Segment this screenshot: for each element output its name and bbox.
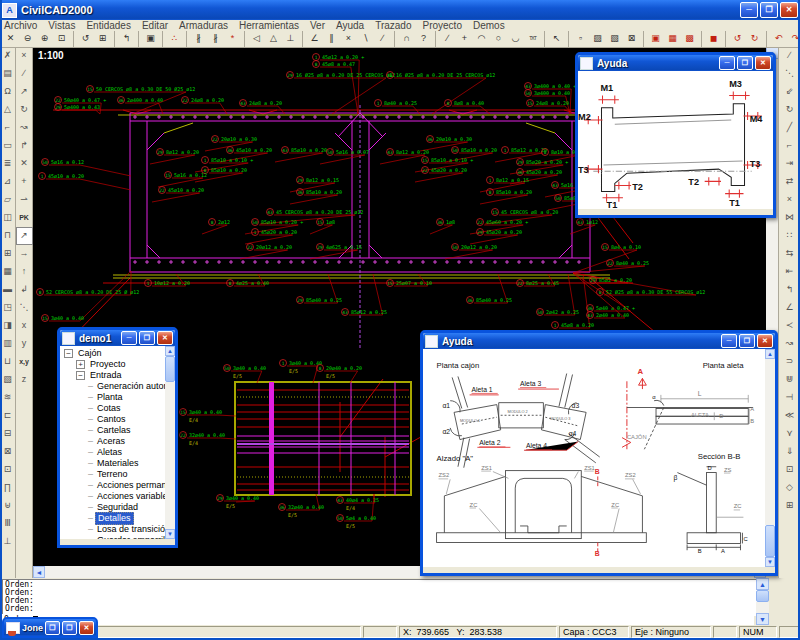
command-scroll-up-icon[interactable]: ▲ [756, 578, 769, 590]
left-outer-tool-15[interactable]: ◨ [0, 317, 15, 335]
right-tool-15[interactable]: ≺ [782, 317, 797, 335]
left-outer-tool-6[interactable]: ≣ [0, 155, 15, 173]
left-outer-tool-23[interactable]: ⊡ [0, 461, 15, 479]
toolbar-button-9-0[interactable]: ∕ [439, 31, 456, 47]
left-outer-tool-11[interactable]: ⊞ [0, 245, 15, 263]
help-bottom-maximize-button[interactable]: ❐ [739, 334, 755, 348]
tree-item-cantos[interactable]: –Cantos [62, 414, 175, 425]
tree-item-materiales[interactable]: –Materiales [62, 458, 175, 469]
left-outer-tool-17[interactable]: ⊔ [0, 353, 15, 371]
toolbar-button-12-1[interactable]: ▦ [664, 31, 681, 47]
toolbar-button-0-0[interactable]: ✕ [2, 31, 19, 47]
right-tool-2[interactable]: ⇙ [782, 83, 797, 101]
toolbar-button-11-0[interactable]: ▫ [572, 31, 589, 47]
demo1-close-button[interactable]: ✕ [157, 331, 173, 345]
right-tool-13[interactable]: ↰ [782, 281, 797, 299]
left-outer-tool-13[interactable]: ▬ [0, 281, 15, 299]
tree-item-proyecto[interactable]: +Proyecto [62, 359, 175, 370]
toolbar-button-12-2[interactable]: ▩ [681, 31, 698, 47]
maximize-button[interactable]: ❐ [760, 2, 778, 18]
left-outer-tool-22[interactable]: ⊠ [0, 443, 15, 461]
left-outer-tool-26[interactable]: Ⅲ [0, 515, 15, 533]
right-tool-11[interactable]: ⇆ [782, 245, 797, 263]
help-bottom-window[interactable]: Ayuda ─ ❐ ✕ [420, 330, 778, 576]
menu-ayuda[interactable]: Ayuda [336, 20, 364, 31]
menu-vistas[interactable]: Vistas [48, 20, 75, 31]
toolbar-button-7-1[interactable]: ∥ [323, 31, 340, 47]
left-outer-tool-0[interactable]: ✗ [0, 47, 15, 65]
toolbar-button-9-5[interactable]: TXT [524, 31, 541, 47]
toolbar-button-7-2[interactable]: × [340, 31, 357, 47]
right-tool-7[interactable]: ⇄ [782, 173, 797, 191]
left-outer-tool-10[interactable]: ⊓ [0, 227, 15, 245]
minimize-button[interactable]: ─ [740, 2, 758, 18]
command-scrollbar[interactable]: ▲ ▼ [756, 578, 769, 625]
demo1-title-bar[interactable]: demo1 ─ ❐ ✕ [60, 330, 175, 346]
left-inner-tool-15[interactable]: x [17, 317, 32, 335]
left-outer-tool-12[interactable]: ▦ [0, 263, 15, 281]
right-tool-23[interactable]: ⊡ [782, 461, 797, 479]
left-inner-tool-18[interactable]: z [17, 371, 32, 389]
minus-expand-icon[interactable]: − [64, 349, 73, 358]
right-tool-25[interactable]: ⊞ [782, 497, 797, 515]
toolbar-button-6-1[interactable]: △ [265, 31, 282, 47]
left-inner-tool-7[interactable]: + [17, 173, 32, 191]
left-inner-tool-3[interactable]: ↻ [17, 101, 32, 119]
tree-item-losa-de-transici-n[interactable]: –Losa de transición [62, 524, 175, 535]
toolbar-button-0-1[interactable]: ⊖ [19, 31, 36, 47]
menu-archivo[interactable]: Archivo [4, 20, 37, 31]
left-outer-tool-1[interactable]: ▤ [0, 65, 15, 83]
command-prompt[interactable]: Orden: [2, 614, 754, 625]
right-tool-14[interactable]: ∠ [782, 299, 797, 317]
tree-item-acciones-variables[interactable]: –Acciones variables [62, 491, 175, 502]
toolbar-button-9-3[interactable]: ○ [490, 31, 507, 47]
left-inner-tool-2[interactable]: ↗ [17, 83, 32, 101]
left-outer-tool-25[interactable]: ⊎ [0, 497, 15, 515]
toolbar-button-15-1[interactable]: ↷ [787, 31, 800, 47]
menu-armaduras[interactable]: Armaduras [179, 20, 228, 31]
right-tool-19[interactable]: ⊣ [782, 389, 797, 407]
right-tool-16[interactable]: ↝ [782, 335, 797, 353]
tree-scroll-down-icon[interactable]: ▼ [165, 529, 175, 539]
demo1-maximize-button[interactable]: ❐ [139, 331, 155, 345]
toolbar-button-1-0[interactable]: ↺ [77, 31, 94, 47]
toolbar-button-7-3[interactable]: ∖ [357, 31, 374, 47]
close-button[interactable]: ✕ [780, 2, 798, 18]
help-top-close-button[interactable]: ✕ [755, 56, 771, 70]
left-inner-tool-10[interactable]: ↗ [16, 227, 33, 245]
tree-item-cartelas[interactable]: –Cartelas [62, 425, 175, 436]
left-outer-tool-4[interactable]: ⌐ [0, 119, 15, 137]
tree-item-generaci-n-autom-tica[interactable]: –Generación automática [62, 381, 175, 392]
toolbar-button-15-0[interactable]: ↶ [770, 31, 787, 47]
help-scroll-down-icon[interactable]: ▼ [765, 557, 775, 567]
toolbar-button-12-0[interactable]: ▣ [647, 31, 664, 47]
jone3-close-button[interactable]: ✕ [79, 621, 94, 635]
right-tool-4[interactable]: ╱ [782, 119, 797, 137]
left-outer-tool-21[interactable]: ⊟ [0, 425, 15, 443]
menu-entidades[interactable]: Entidades [86, 20, 130, 31]
left-outer-tool-5[interactable]: ▭ [0, 137, 15, 155]
right-tool-0[interactable]: ∕ [782, 47, 797, 65]
demo1-window[interactable]: demo1 ─ ❐ ✕ −Cajón+Proyecto−Entrada–Gene… [57, 327, 178, 548]
left-outer-tool-24[interactable]: ∏ [0, 479, 15, 497]
left-outer-tool-20[interactable]: ⊏ [0, 407, 15, 425]
right-tool-17[interactable]: ⊃ [782, 353, 797, 371]
right-tool-22[interactable]: ⇓ [782, 443, 797, 461]
toolbar-button-5-0[interactable]: ∦ [190, 31, 207, 47]
right-tool-5[interactable]: ⌐ [782, 137, 797, 155]
right-tool-18[interactable]: ⋓ [782, 371, 797, 389]
help-scroll-up-icon[interactable]: ▲ [765, 349, 775, 359]
tree-item-planta[interactable]: –Planta [62, 392, 175, 403]
menu-proyecto[interactable]: Proyecto [423, 20, 462, 31]
right-tool-8[interactable]: × [782, 191, 797, 209]
toolbar-button-11-3[interactable]: ⊠ [623, 31, 640, 47]
toolbar-button-9-2[interactable]: ◠ [473, 31, 490, 47]
left-inner-tool-5[interactable]: ↱ [17, 137, 32, 155]
minus-expand-icon[interactable]: − [76, 371, 85, 380]
left-inner-tool-13[interactable]: ↲ [17, 281, 32, 299]
command-history[interactable]: Orden:Orden:Orden:Orden: [2, 579, 760, 616]
toolbar-button-4-0[interactable]: ∴ [166, 31, 183, 47]
toolbar-button-5-1[interactable]: ∦ [207, 31, 224, 47]
menu-editar[interactable]: Editar [142, 20, 168, 31]
tree-item-aceras[interactable]: –Aceras [62, 436, 175, 447]
